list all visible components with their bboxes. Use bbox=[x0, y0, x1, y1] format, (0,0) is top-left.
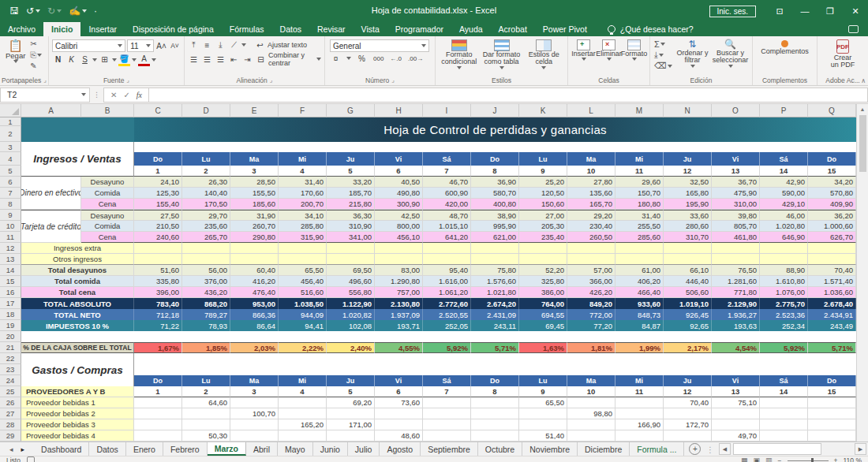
select-all-corner[interactable] bbox=[0, 104, 21, 117]
col-header-B[interactable]: B bbox=[81, 104, 134, 117]
ribbon-tab-power-pivot[interactable]: Power Pivot bbox=[535, 22, 595, 36]
col-header-Q[interactable]: Q bbox=[808, 104, 856, 117]
row-header-12[interactable]: 12 bbox=[0, 243, 21, 254]
data-cell[interactable]: 310,00 bbox=[712, 199, 760, 210]
data-cell[interactable]: 1.281,60 bbox=[712, 276, 760, 287]
day-number[interactable]: 15 bbox=[808, 386, 856, 397]
data-cell[interactable] bbox=[712, 243, 760, 254]
data-cell[interactable]: 1.937,09 bbox=[375, 309, 423, 320]
data-cell[interactable]: 757,00 bbox=[375, 287, 423, 298]
data-cell[interactable]: 1.936,27 bbox=[712, 309, 760, 320]
font-color-icon[interactable]: A bbox=[138, 53, 150, 66]
increase-decimal-icon[interactable]: ←.0 bbox=[389, 53, 402, 64]
data-cell[interactable] bbox=[423, 254, 471, 265]
data-cell[interactable]: 52,20 bbox=[519, 265, 567, 276]
day-number[interactable]: 9 bbox=[519, 386, 567, 397]
data-cell[interactable]: 252,34 bbox=[760, 320, 808, 331]
data-cell[interactable] bbox=[230, 397, 279, 408]
data-cell[interactable]: 36,30 bbox=[327, 210, 375, 221]
row-header-6[interactable]: 6 bbox=[0, 177, 21, 188]
data-cell[interactable]: 2.775,70 bbox=[760, 298, 808, 309]
data-cell[interactable]: 866,36 bbox=[230, 309, 279, 320]
sheet-tab-marzo[interactable]: Marzo bbox=[208, 442, 246, 456]
day-number[interactable]: 8 bbox=[471, 166, 519, 177]
data-cell[interactable]: 590,00 bbox=[760, 188, 808, 199]
addins-button[interactable]: Complementos bbox=[761, 48, 809, 55]
data-cell[interactable] bbox=[134, 254, 182, 265]
row-header-4[interactable]: 4 bbox=[0, 152, 21, 166]
data-cell[interactable]: 31,40 bbox=[615, 210, 664, 221]
data-cell[interactable]: 800,00 bbox=[375, 221, 423, 232]
data-cell[interactable]: 210,50 bbox=[134, 221, 182, 232]
day-number[interactable]: 10 bbox=[567, 166, 615, 177]
data-cell[interactable]: 1.038,50 bbox=[279, 298, 327, 309]
data-cell[interactable]: 166,90 bbox=[615, 419, 664, 430]
sheet-tab-junio[interactable]: Junio bbox=[313, 442, 348, 456]
insert-cells-button[interactable]: Insertar bbox=[571, 38, 597, 75]
data-cell[interactable]: 260,50 bbox=[567, 232, 615, 243]
data-cell[interactable]: 36,90 bbox=[471, 177, 519, 188]
data-cell[interactable]: 805,70 bbox=[712, 221, 760, 232]
data-cell[interactable]: 185,70 bbox=[327, 188, 375, 199]
align-center-icon[interactable]: ☰ bbox=[201, 54, 213, 65]
ribbon-tab-inicio[interactable]: Inicio bbox=[43, 22, 80, 36]
row-header-25[interactable]: 25 bbox=[0, 386, 21, 397]
data-cell[interactable] bbox=[808, 419, 856, 430]
data-cell[interactable]: 341,00 bbox=[327, 232, 375, 243]
sheet-tab-datos[interactable]: Datos bbox=[89, 442, 125, 456]
data-cell[interactable] bbox=[423, 430, 471, 442]
data-cell[interactable] bbox=[230, 243, 279, 254]
row-header-17[interactable]: 17 bbox=[0, 298, 21, 309]
data-cell[interactable] bbox=[519, 243, 567, 254]
sheet-tab-dashboard[interactable]: Dashboard bbox=[34, 442, 89, 456]
data-cell[interactable] bbox=[664, 254, 712, 265]
data-cell[interactable] bbox=[182, 243, 230, 254]
accounting-format-icon[interactable]: ¤ bbox=[330, 53, 342, 64]
data-cell[interactable]: 29,60 bbox=[615, 177, 664, 188]
page-break-view-icon[interactable]: ▥ bbox=[765, 456, 773, 462]
sheet-tab-noviembre[interactable]: Noviembre bbox=[522, 442, 578, 456]
col-header-M[interactable]: M bbox=[615, 104, 664, 117]
data-cell[interactable]: 140,40 bbox=[182, 188, 230, 199]
data-cell[interactable] bbox=[712, 408, 760, 419]
data-cell[interactable] bbox=[760, 397, 808, 408]
data-cell[interactable]: 300,90 bbox=[375, 199, 423, 210]
underline-button[interactable]: S bbox=[79, 54, 91, 65]
data-cell[interactable]: 290,80 bbox=[230, 232, 279, 243]
day-number[interactable]: 5 bbox=[327, 166, 375, 177]
provider-label[interactable]: Proveedor bebidas 3 bbox=[21, 419, 134, 430]
data-cell[interactable]: 868,20 bbox=[182, 298, 230, 309]
row-header-28[interactable]: 28 bbox=[0, 419, 21, 430]
blank-row[interactable] bbox=[21, 331, 134, 342]
extra-income-label[interactable]: Ingresos extra bbox=[21, 243, 134, 254]
data-cell[interactable]: 315,90 bbox=[279, 232, 327, 243]
data-cell[interactable]: 185,60 bbox=[230, 199, 279, 210]
sheet-tab-formula-[interactable]: Formula ... bbox=[630, 442, 684, 456]
conditional-formatting-button[interactable]: Formato condicional bbox=[438, 38, 481, 75]
customize-qat-icon[interactable]: · bbox=[94, 6, 97, 17]
data-cell[interactable]: 475,90 bbox=[712, 188, 760, 199]
blank-row[interactable] bbox=[134, 331, 856, 342]
data-cell[interactable] bbox=[808, 430, 856, 442]
data-cell[interactable] bbox=[423, 243, 471, 254]
font-name-select[interactable]: Calibri bbox=[52, 39, 125, 52]
data-cell[interactable]: 1.000,60 bbox=[808, 221, 856, 232]
data-cell[interactable]: 165,20 bbox=[279, 419, 327, 430]
data-cell[interactable]: 1.036,60 bbox=[808, 287, 856, 298]
data-cell[interactable]: 260,70 bbox=[230, 221, 279, 232]
col-header-K[interactable]: K bbox=[519, 104, 567, 117]
data-cell[interactable]: 56,00 bbox=[182, 265, 230, 276]
row-header-24[interactable]: 24 bbox=[0, 375, 21, 386]
data-cell[interactable]: 335,80 bbox=[134, 276, 182, 287]
horizontal-scrollbar[interactable]: ◀ ▶ bbox=[719, 442, 868, 456]
data-cell[interactable]: 49,70 bbox=[712, 430, 760, 442]
percent-cell[interactable]: 2,03% bbox=[230, 342, 279, 353]
data-cell[interactable]: 230,40 bbox=[567, 221, 615, 232]
number-format-select[interactable]: General bbox=[330, 39, 429, 52]
undo-icon[interactable]: ↺ bbox=[26, 6, 40, 17]
data-cell[interactable]: 1.061,20 bbox=[423, 287, 471, 298]
data-cell[interactable]: 71,22 bbox=[134, 320, 182, 331]
data-cell[interactable]: 466,40 bbox=[615, 287, 664, 298]
increase-indent-icon[interactable]: ⇥ bbox=[241, 54, 253, 65]
merge-center-button[interactable]: Combinar y centrar bbox=[268, 51, 315, 67]
